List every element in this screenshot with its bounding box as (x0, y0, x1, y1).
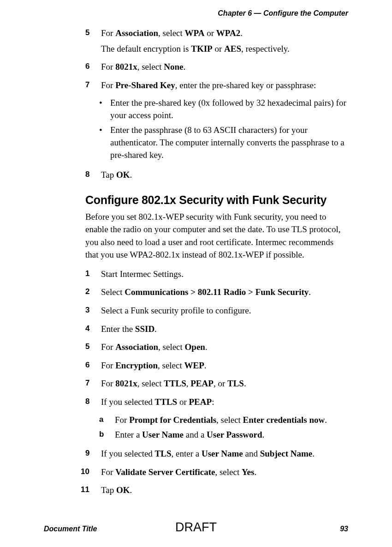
bullet-item: • Enter the passphrase (8 to 63 ASCII ch… (99, 124, 348, 161)
intro-paragraph: Before you set 802.1x-WEP security with … (85, 210, 348, 261)
step-number: 9 (85, 447, 101, 463)
text: . (244, 379, 246, 388)
step-number: 8 (85, 396, 101, 411)
text: . (205, 342, 208, 352)
step-body: Tap OK. (101, 168, 348, 184)
step-body: For 8021x, select TTLS, PEAP, or TLS. (101, 377, 348, 393)
text: , select (158, 361, 184, 370)
text: For (101, 361, 115, 370)
page-number: 93 (340, 525, 348, 533)
draft-watermark: DRAFT (175, 520, 217, 535)
step-number: 5 (85, 341, 101, 356)
running-header: Chapter 6 — Configure the Computer (44, 9, 348, 18)
text: . (130, 170, 132, 180)
bold: OK (116, 170, 130, 180)
bold: Validate Server Certificate (115, 467, 215, 477)
bold: Open (185, 342, 205, 352)
step-5: 5 For Association, select WPA or WPA2. T… (85, 27, 348, 58)
text: , select (137, 62, 164, 72)
step-b7: 7 For 8021x, select TTLS, PEAP, or TLS. (85, 377, 348, 393)
bold: WPA2 (216, 28, 240, 38)
bullet-text: Enter the passphrase (8 to 63 ASCII char… (110, 124, 348, 161)
text: , or (214, 379, 227, 388)
step-body: Select a Funk security profile to config… (101, 304, 348, 320)
step-number: 2 (85, 286, 101, 301)
bullet-icon: • (99, 97, 110, 121)
step-8: 8 Tap OK. (85, 168, 348, 184)
text: . (325, 415, 327, 425)
text: and (243, 449, 260, 458)
step-body: Select Communications > 802.11 Radio > F… (101, 286, 348, 301)
text: Select a Funk security profile to config… (101, 304, 348, 317)
text: Tap (101, 170, 116, 180)
step-b9: 9 If you selected TLS, enter a User Name… (85, 447, 348, 463)
bold: Encryption (115, 361, 158, 370)
substep-body: Enter a User Name and a User Password. (115, 428, 264, 441)
bold: 8021x (115, 62, 137, 72)
text: . (312, 449, 315, 458)
step-number: 7 (85, 377, 101, 393)
bold: User Name (202, 449, 243, 458)
text: , enter the pre-shared key or passphrase… (175, 80, 316, 90)
text: . (309, 287, 311, 297)
bold: SSID (135, 324, 154, 334)
substep-body: For Prompt for Credentials, select Enter… (115, 414, 327, 427)
text: Tap (101, 485, 116, 495)
bold: TTLS (155, 397, 178, 407)
step-body: Tap OK. (101, 484, 348, 499)
step-number: 3 (85, 304, 101, 320)
bold: OK (116, 485, 130, 495)
bold: WEP (184, 361, 204, 370)
doc-title: Document Title (44, 525, 97, 533)
text: For (101, 379, 115, 388)
text: . (204, 361, 207, 370)
text: For (101, 62, 115, 72)
step-number: 8 (85, 168, 101, 184)
step-body: For Association, select Open. (101, 341, 348, 356)
text: and a (184, 430, 207, 439)
bold: PEAP (190, 379, 214, 388)
text: , select (215, 467, 242, 477)
text: . (183, 62, 185, 72)
text: or (213, 44, 224, 54)
step-b2: 2 Select Communications > 802.11 Radio >… (85, 286, 348, 301)
bold: TKIP (191, 44, 212, 54)
step-6: 6 For 8021x, select None. (85, 60, 348, 76)
bold: Communications > 802.11 Radio > Funk Sec… (125, 287, 309, 297)
bold: PEAP (189, 397, 212, 407)
bold: WPA (185, 28, 205, 38)
step-number: 6 (85, 60, 101, 76)
substep-letter: b (99, 428, 115, 441)
step-7: 7 For Pre-Shared Key, enter the pre-shar… (85, 79, 348, 95)
text: Select (101, 287, 125, 297)
substep-letter: a (99, 414, 115, 427)
text: , enter a (172, 449, 202, 458)
bold: Pre-Shared Key (115, 80, 175, 90)
step-number: 11 (81, 484, 101, 499)
bold: User Name (142, 430, 184, 439)
step-body: If you selected TLS, enter a User Name a… (101, 447, 348, 463)
text: Start Intermec Settings. (101, 268, 348, 281)
page-footer: Document Title DRAFT 93 (44, 525, 348, 533)
text: , respectively. (241, 44, 290, 54)
text: For (101, 28, 115, 38)
step-b3: 3 Select a Funk security profile to conf… (85, 304, 348, 320)
step-body: For Pre-Shared Key, enter the pre-shared… (101, 79, 348, 95)
step-b4: 4 Enter the SSID. (85, 323, 348, 338)
text: Enter a (115, 430, 142, 439)
text: or (205, 28, 216, 38)
step-body: For Encryption, select WEP. (101, 359, 348, 375)
text: Enter the (101, 324, 135, 334)
text: , (186, 379, 191, 388)
bullet-item: • Enter the pre-shared key (0x followed … (99, 97, 348, 121)
substep-a: a For Prompt for Credentials, select Ent… (99, 414, 348, 427)
step-body: For Association, select WPA or WPA2. The… (101, 27, 348, 58)
bullet-text: Enter the pre-shared key (0x followed by… (110, 97, 348, 121)
bold: TTLS (164, 379, 186, 388)
section-heading: Configure 802.1x Security with Funk Secu… (85, 193, 348, 207)
text: . (254, 467, 256, 477)
step-body: Start Intermec Settings. (101, 268, 348, 283)
text: For (101, 80, 115, 90)
bullet-icon: • (99, 124, 110, 161)
bold: TLS (155, 449, 172, 458)
